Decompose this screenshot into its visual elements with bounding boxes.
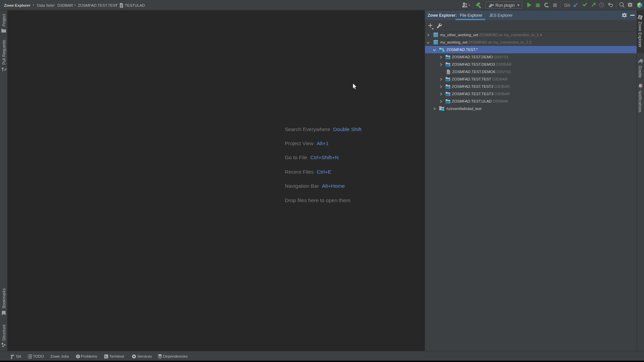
svg-text:DS: DS	[446, 94, 449, 96]
svg-text:DS: DS	[446, 57, 449, 59]
svg-text:DS: DS	[446, 101, 449, 103]
svg-text:DS: DS	[446, 86, 449, 88]
svg-text:✱: ✱	[442, 49, 445, 52]
svg-text:DS: DS	[446, 79, 449, 81]
svg-text:DS: DS	[447, 72, 449, 74]
svg-text:DS: DS	[446, 64, 449, 66]
